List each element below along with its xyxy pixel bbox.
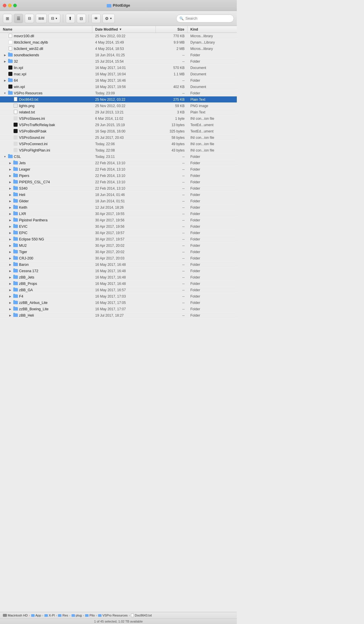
disclosure-triangle[interactable]: ▶ — [8, 218, 12, 222]
disclosure-triangle[interactable]: ▶ — [8, 212, 12, 216]
list-item[interactable]: lights.png25 Nov 2012, 03:2259 KBPNG ima… — [0, 103, 237, 109]
breadcrumb-item[interactable]: Res — [58, 614, 68, 617]
disclosure-triangle[interactable]: ▶ — [8, 167, 12, 171]
gallery-view-btn[interactable]: ⊞⊞ — [36, 14, 47, 23]
list-item[interactable]: lin.xpl16 May 2017, 14:01570 KBDocument — [0, 65, 237, 71]
list-item[interactable]: ▶Leager22 Feb 2014, 13:10--Folder — [0, 166, 237, 173]
list-item[interactable]: VSProTrafficRelay.bak29 Jun 2015, 15:191… — [0, 122, 237, 128]
list-item[interactable]: ▼VSPro ResourcesToday, 23:09--Folder — [0, 90, 237, 96]
list-item[interactable]: ▶zzBB_Airbus_Lite16 May 2017, 17:05--Fol… — [0, 300, 237, 306]
disclosure-triangle[interactable]: ▶ — [8, 263, 12, 267]
col-header-kind[interactable]: Kind — [187, 26, 237, 33]
share-btn[interactable]: ⬆ — [66, 14, 75, 23]
view-icon-btn[interactable]: ⊞ — [3, 14, 12, 23]
disclosure-triangle[interactable]: ▶ — [8, 307, 12, 311]
list-item[interactable]: ▶Baron16 May 2017, 16:48--Folder — [0, 261, 237, 268]
tag-btn[interactable]: ⊟ — [77, 14, 86, 23]
list-item[interactable]: VSProConnect.iniToday, 22:0649 bytesINI … — [0, 141, 237, 147]
list-item[interactable]: mac.xpl16 May 2017, 16:041.1 MBDocument — [0, 71, 237, 77]
list-item[interactable]: ▶MU230 Apr 2017, 20:02--Folder — [0, 242, 237, 249]
list-item[interactable]: msvcr100.dll25 Nov 2012, 03:22770 KBMicr… — [0, 33, 237, 39]
col-header-name[interactable]: Name — [0, 26, 92, 33]
disclosure-triangle[interactable]: ▶ — [8, 193, 12, 197]
list-item[interactable]: ▶zBB_Props16 May 2017, 16:48--Folder — [0, 281, 237, 287]
list-item[interactable]: ▶Tiger30 Apr 2017, 20:02--Folder — [0, 249, 237, 255]
disclosure-triangle[interactable]: ▼ — [3, 155, 7, 159]
list-item[interactable]: ▶Cessna 17216 May 2017, 16:48--Folder — [0, 268, 237, 274]
list-item[interactable]: Doc8643.txt25 Nov 2012, 03:22275 KBPlain… — [0, 96, 237, 103]
disclosure-triangle[interactable]: ▶ — [8, 161, 12, 165]
disclosure-triangle[interactable]: ▶ — [3, 79, 7, 83]
list-item[interactable]: ▶Pipistrel Panthera30 Apr 2017, 19:56--F… — [0, 217, 237, 223]
list-item[interactable]: VSProFlightPlan.iniToday, 22:0843 bytesI… — [0, 147, 237, 154]
disclosure-triangle[interactable]: ▶ — [8, 180, 12, 184]
column-view-btn[interactable]: ⊟ — [25, 14, 34, 23]
disclosure-triangle[interactable]: ▶ — [8, 205, 12, 210]
minimize-button[interactable] — [8, 4, 12, 7]
search-box[interactable]: 🔍 — [176, 14, 234, 23]
disclosure-triangle[interactable]: ▶ — [3, 59, 7, 63]
list-item[interactable]: ▶LXR30 Apr 2017, 19:55--Folder — [0, 211, 237, 217]
breadcrumb-item[interactable]: VSPro Resources — [98, 614, 127, 617]
list-item[interactable]: ▶S34022 Feb 2014, 13:10--Folder — [0, 185, 237, 192]
list-item[interactable]: win.xpl18 May 2017, 19:56402 KBDocument — [0, 84, 237, 90]
breadcrumb-item[interactable]: Macintosh HD — [3, 614, 28, 617]
list-item[interactable]: ▶Glider18 Jun 2014, 01:51--Folder — [0, 198, 237, 204]
list-item[interactable]: VSProSlaves.ini6 Mar 2014, 11:021 byteIN… — [0, 115, 237, 122]
disclosure-triangle[interactable]: ▶ — [8, 301, 12, 305]
disclosure-triangle[interactable]: ▶ — [8, 237, 12, 241]
list-item[interactable]: ts3client_win32.dll4 May 2014, 18:532 MB… — [0, 46, 237, 52]
disclosure-triangle[interactable]: ▶ — [8, 313, 12, 317]
list-item[interactable]: ▶Keith12 Jul 2014, 18:26--Folder — [0, 204, 237, 211]
disclosure-triangle[interactable]: ▶ — [8, 269, 12, 273]
disclosure-triangle[interactable]: ▶ — [8, 231, 12, 235]
close-button[interactable] — [3, 4, 6, 7]
list-item[interactable]: ▶3215 Jul 2014, 15:54--Folder — [0, 58, 237, 65]
col-header-date[interactable]: Date Modified ▼ — [92, 26, 156, 33]
list-item[interactable]: ▶soundbackends18 Jun 2014, 01:25--Folder — [0, 52, 237, 58]
disclosure-triangle[interactable]: ▶ — [8, 250, 12, 254]
list-item[interactable]: ▶Jets22 Feb 2014, 13:10--Folder — [0, 160, 237, 166]
breadcrumb-item[interactable]: X-Pl — [44, 614, 55, 617]
disclosure-triangle[interactable]: ▶ — [8, 225, 12, 229]
list-item[interactable]: ▶Pipers22 Feb 2014, 13:10--Folder — [0, 173, 237, 179]
list-item[interactable]: ▶EPIC30 Apr 2017, 19:57--Folder — [0, 230, 237, 236]
list-item[interactable]: ▼CSLToday, 23:11--Folder — [0, 154, 237, 160]
list-item[interactable]: ▶EVIC30 Apr 2017, 19:56--Folder — [0, 223, 237, 230]
list-item[interactable]: ▶zBB_GA16 May 2017, 16:57--Folder — [0, 287, 237, 293]
breadcrumb-item[interactable]: Doc8643.txt — [131, 614, 152, 617]
list-item[interactable]: ▶F416 May 2017, 17:03--Folder — [0, 293, 237, 300]
disclosure-triangle[interactable]: ▶ — [8, 256, 12, 260]
disclosure-triangle[interactable]: ▼ — [3, 91, 7, 95]
col-header-size[interactable]: Size — [156, 26, 187, 33]
list-item[interactable]: ▶PIPERS_CSL_C7422 Feb 2014, 13:10--Folde… — [0, 179, 237, 185]
list-item[interactable]: ▶Heli18 Jun 2014, 01:46--Folder — [0, 192, 237, 198]
disclosure-triangle[interactable]: ▶ — [3, 53, 7, 57]
arrange-btn[interactable]: ⊟ ▼ — [48, 14, 60, 23]
preview-btn[interactable]: 👁 — [91, 14, 101, 23]
disclosure-triangle[interactable]: ▶ — [8, 294, 12, 298]
list-item[interactable]: ▶Eclipse 550 NG30 Apr 2017, 19:57--Folde… — [0, 236, 237, 242]
search-input[interactable] — [185, 16, 231, 20]
list-view-btn[interactable]: ☰ — [14, 14, 23, 23]
disclosure-triangle[interactable]: ▶ — [8, 282, 12, 286]
list-item[interactable]: ▶6416 May 2017, 16:46--Folder — [0, 77, 237, 84]
list-item[interactable]: ▶zzBB_Boeing_Lite16 May 2017, 17:07--Fol… — [0, 306, 237, 312]
breadcrumb-item[interactable]: Pilo — [85, 614, 95, 617]
list-item[interactable]: related.txt29 Jul 2013, 13:213 KBPlain T… — [0, 109, 237, 115]
breadcrumb-item[interactable]: plug — [72, 614, 82, 617]
disclosure-triangle[interactable]: ▶ — [8, 199, 12, 203]
disclosure-triangle[interactable]: ▶ — [8, 275, 12, 279]
breadcrumb-item[interactable]: App — [31, 614, 41, 617]
list-item[interactable]: ▶CRJ-20030 Apr 2017, 20:03--Folder — [0, 255, 237, 261]
disclosure-triangle[interactable]: ▶ — [8, 186, 12, 190]
list-item[interactable]: ▶zBB_Heli19 Jul 2017, 18:27--Folder — [0, 312, 237, 319]
list-item[interactable]: ▶zBB_Jets16 May 2017, 16:48--Folder — [0, 274, 237, 281]
disclosure-triangle[interactable]: ▶ — [8, 174, 12, 178]
maximize-button[interactable] — [13, 4, 17, 7]
list-item[interactable]: VSProBindIP.bak16 Sep 2016, 16:00325 byt… — [0, 128, 237, 134]
list-item[interactable]: libts3client_mac.dylib4 May 2014, 15:499… — [0, 39, 237, 46]
action-btn[interactable]: ⚙ ▼ — [102, 14, 115, 23]
list-item[interactable]: VSProSound.ini25 Jul 2017, 20:4358 bytes… — [0, 134, 237, 141]
disclosure-triangle[interactable]: ▶ — [8, 288, 12, 292]
